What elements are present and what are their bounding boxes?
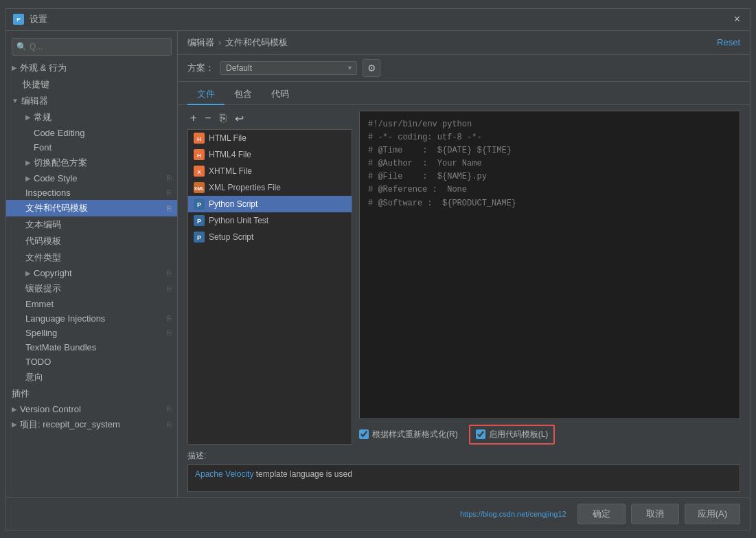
python-test-icon: P	[194, 215, 205, 226]
sidebar-item-textmate[interactable]: TextMate Bundles	[6, 340, 177, 355]
code-panel: #!/usr/bin/env python # -*- coding: utf-…	[359, 111, 740, 445]
sidebar-item-project[interactable]: ▶ 项目: recepit_ocr_system ⎘	[6, 416, 177, 433]
sidebar-item-code-templates[interactable]: 代码模板	[6, 233, 177, 249]
cancel-button[interactable]: 取消	[631, 504, 679, 524]
file-item-python-test[interactable]: P Python Unit Test	[188, 212, 352, 229]
sidebar-item-editor[interactable]: ▼ 编辑器	[6, 93, 177, 109]
blog-link[interactable]: https://blog.csdn.net/cengjing12	[460, 510, 566, 518]
sidebar-item-label: Code Style	[34, 173, 78, 183]
copy-icon: ⎘	[167, 204, 172, 212]
copy-icon: ⎘	[167, 405, 172, 413]
file-list: H HTML File H HTML4 File X	[187, 129, 352, 445]
gear-button[interactable]: ⚙	[363, 59, 380, 77]
tab-files[interactable]: 文件	[187, 85, 225, 105]
code-editor[interactable]: #!/usr/bin/env python # -*- coding: utf-…	[359, 111, 740, 419]
sidebar-item-shortcuts[interactable]: 快捷键	[6, 76, 177, 93]
file-item-label: XML Properties File	[209, 183, 281, 192]
svg-text:P: P	[16, 16, 21, 23]
sidebar-item-label: 文件和代码模板	[25, 202, 88, 214]
sidebar-item-inlay-hints[interactable]: 镶嵌提示 ⎘	[6, 280, 177, 297]
sidebar-item-label: Font	[34, 142, 51, 153]
reformat-checkbox[interactable]: 根据样式重新格式化(R)	[359, 429, 458, 440]
sidebar-item-code-style[interactable]: ▶ Code Style ⎘	[6, 171, 177, 186]
sidebar-item-label: Language Injections	[25, 313, 105, 324]
svg-text:P: P	[197, 218, 201, 225]
arrow-icon: ▶	[25, 175, 31, 182]
file-item-html[interactable]: H HTML File	[188, 130, 352, 146]
file-item-html4[interactable]: H HTML4 File	[188, 146, 352, 163]
description-section: 描述: Apache Velocity template language is…	[178, 450, 750, 497]
svg-text:XML: XML	[194, 186, 205, 191]
sidebar-item-language-injections[interactable]: Language Injections ⎘	[6, 311, 177, 326]
arrow-icon: ▶	[12, 405, 17, 413]
sidebar-item-appearance[interactable]: ▶ 外观 & 行为	[6, 60, 177, 76]
file-list-toolbar: + − ⎘ ↩	[187, 111, 352, 126]
copy-icon: ⎘	[167, 269, 172, 277]
sidebar-item-intentions[interactable]: 意向	[6, 369, 177, 385]
content-area: + − ⎘ ↩ H HTML File	[178, 105, 750, 450]
sidebar-item-label: Inspections	[25, 188, 71, 198]
ok-button[interactable]: 确定	[577, 504, 626, 524]
file-item-label: HTML4 File	[209, 150, 251, 159]
add-button[interactable]: +	[187, 111, 199, 126]
sidebar-item-todo[interactable]: TODO	[6, 355, 177, 369]
copy-icon: ⎘	[167, 314, 172, 322]
tab-includes[interactable]: 包含	[225, 85, 262, 105]
scheme-row: 方案： Default ⚙	[178, 55, 750, 82]
search-input[interactable]	[30, 42, 167, 52]
sidebar-item-version-control[interactable]: ▶ Version Control ⎘	[6, 402, 177, 416]
sidebar-item-font[interactable]: Font	[6, 140, 177, 155]
file-item-setup[interactable]: P Setup Script	[188, 229, 352, 245]
svg-text:P: P	[197, 201, 201, 208]
settings-dialog: P 设置 × 🔍 ▶ 外观 & 行为 快捷键 ▼ 编辑器 ▶	[5, 8, 751, 530]
reformat-checkbox-input[interactable]	[359, 429, 369, 439]
app-icon: P	[13, 14, 24, 25]
undo-button[interactable]: ↩	[232, 111, 247, 126]
dialog-footer: https://blog.csdn.net/cengjing12 确定 取消 应…	[6, 497, 750, 530]
arrow-icon: ▶	[25, 269, 31, 277]
sidebar-item-text-encoding[interactable]: 文本编码	[6, 216, 177, 233]
copy-button[interactable]: ⎘	[217, 111, 229, 126]
sidebar-item-label: 意向	[25, 371, 43, 383]
sidebar-item-label: Spelling	[25, 328, 57, 338]
sidebar-item-file-templates[interactable]: 文件和代码模板 ⎘	[6, 200, 177, 216]
xml-file-icon: XML	[194, 182, 205, 193]
enable-template-checkbox[interactable]: 启用代码模板(L)	[469, 425, 555, 445]
description-link[interactable]: Apache Velocity	[195, 469, 253, 479]
file-list-panel: + − ⎘ ↩ H HTML File	[187, 111, 352, 445]
arrow-icon: ▶	[25, 159, 31, 166]
reset-button[interactable]: Reset	[717, 37, 740, 47]
sidebar-item-label: 项目: recepit_ocr_system	[20, 418, 120, 431]
enable-template-checkbox-input[interactable]	[476, 429, 485, 439]
sidebar-item-general[interactable]: ▶ 常规	[6, 109, 177, 126]
file-item-xhtml[interactable]: X XHTML File	[188, 163, 352, 179]
sidebar-item-code-editing[interactable]: Code Editing	[6, 126, 177, 140]
sidebar-item-label: Emmet	[25, 299, 54, 309]
arrow-icon: ▶	[25, 113, 31, 121]
sidebar-item-spelling[interactable]: Spelling ⎘	[6, 326, 177, 340]
scheme-select[interactable]: Default	[220, 61, 357, 75]
options-row: 根据样式重新格式化(R) 启用代码模板(L)	[359, 425, 740, 445]
sidebar-item-inspections[interactable]: Inspections ⎘	[6, 186, 177, 200]
sidebar-item-label: Version Control	[20, 404, 81, 414]
sidebar-item-plugins[interactable]: 插件	[6, 385, 177, 402]
html-file-icon: H	[194, 133, 205, 144]
close-button[interactable]: ×	[731, 13, 743, 25]
sidebar-item-label: 外观 & 行为	[20, 62, 67, 74]
sidebar-item-label: 插件	[12, 388, 30, 400]
tab-code[interactable]: 代码	[262, 85, 299, 105]
remove-button[interactable]: −	[202, 111, 214, 126]
sidebar-item-copyright[interactable]: ▶ Copyright ⎘	[6, 266, 177, 280]
svg-text:X: X	[197, 169, 201, 175]
sidebar-item-color-scheme[interactable]: ▶ 切换配色方案	[6, 155, 177, 171]
file-item-xml[interactable]: XML XML Properties File	[188, 179, 352, 196]
arrow-icon: ▼	[12, 97, 19, 104]
file-item-python-script[interactable]: P Python Script	[188, 196, 352, 212]
apply-button[interactable]: 应用(A)	[685, 504, 740, 524]
sidebar-item-file-types[interactable]: 文件类型	[6, 249, 177, 266]
sidebar-item-emmet[interactable]: Emmet	[6, 297, 177, 311]
search-box[interactable]: 🔍	[12, 38, 172, 56]
breadcrumb-path: 编辑器 › 文件和代码模板	[187, 36, 288, 49]
sidebar-item-label: Copyright	[34, 268, 72, 278]
breadcrumb-part2: 文件和代码模板	[225, 36, 288, 49]
